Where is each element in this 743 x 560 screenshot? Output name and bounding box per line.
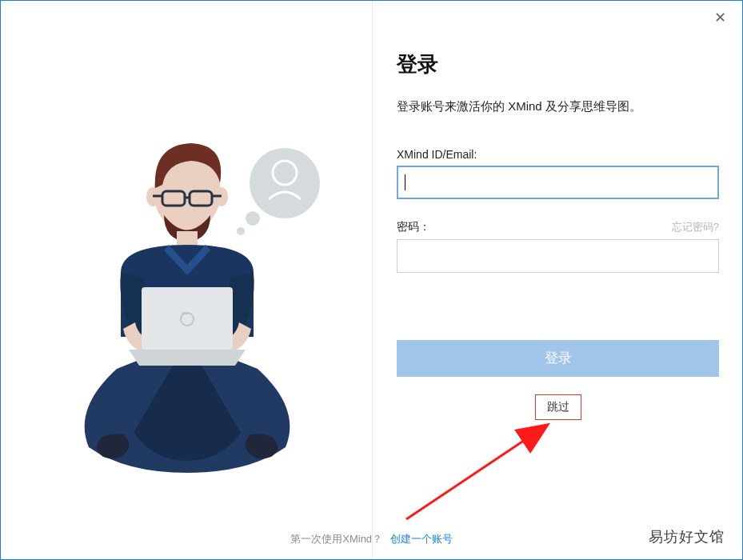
- svg-point-0: [250, 148, 320, 218]
- svg-rect-13: [142, 287, 233, 350]
- create-account-link[interactable]: 创建一个账号: [390, 533, 453, 545]
- password-label: 密码：: [397, 220, 430, 234]
- person-laptop-illustration: [41, 129, 337, 481]
- password-input[interactable]: [397, 239, 719, 273]
- text-cursor: [405, 174, 405, 190]
- skip-button[interactable]: 跳过: [535, 394, 581, 420]
- footer-question: 第一次使用XMind？: [290, 533, 382, 545]
- password-block: 密码： 忘记密码?: [397, 220, 719, 273]
- illustration-pane: [1, 1, 372, 559]
- xmind-id-label: XMind ID/Email:: [397, 148, 477, 161]
- xmind-id-input[interactable]: [397, 166, 719, 199]
- svg-point-2: [237, 227, 245, 235]
- login-button[interactable]: 登录: [397, 340, 719, 377]
- login-form-pane: 登录 登录账号来激活你的 XMind 及分享思维导图。 XMind ID/Ema…: [372, 1, 743, 559]
- forgot-password-link[interactable]: 忘记密码?: [672, 220, 719, 234]
- login-subtitle: 登录账号来激活你的 XMind 及分享思维导图。: [397, 99, 719, 114]
- xmind-id-block: XMind ID/Email:: [397, 148, 719, 199]
- footer: 第一次使用XMind？ 创建一个账号: [1, 532, 742, 546]
- svg-point-1: [246, 211, 260, 226]
- login-title: 登录: [397, 50, 719, 78]
